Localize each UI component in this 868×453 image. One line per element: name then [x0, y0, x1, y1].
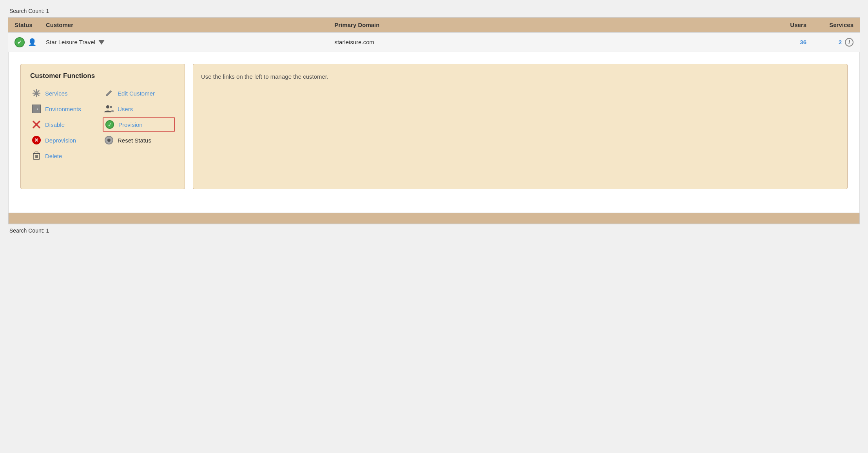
disable-label: Disable	[45, 121, 65, 128]
customer-functions-title: Customer Functions	[30, 72, 175, 80]
customer-name-cell[interactable]: Star Leisure Travel	[46, 39, 334, 45]
environments-label: Environments	[45, 106, 81, 112]
function-item-users[interactable]: Users	[103, 102, 175, 116]
customer-functions-box: Customer Functions	[20, 64, 185, 189]
services-count: 2	[839, 39, 842, 45]
provision-label: Provision	[118, 121, 143, 128]
expanded-section: Customer Functions	[8, 52, 860, 213]
status-green-check-icon: ✓	[14, 37, 25, 47]
function-item-edit-customer[interactable]: Edit Customer	[103, 86, 175, 100]
function-item-delete[interactable]: Delete	[30, 149, 103, 163]
primary-domain-cell: starleisure.com	[334, 39, 767, 45]
users-label: Users	[118, 106, 133, 112]
functions-grid: Services Edit Customer → En	[30, 86, 175, 163]
main-table: Status Customer Primary Domain Users Ser…	[8, 17, 860, 224]
info-icon[interactable]: i	[845, 38, 854, 47]
function-item-environments[interactable]: → Environments	[30, 102, 103, 116]
table-header: Status Customer Primary Domain Users Ser…	[8, 18, 860, 32]
header-services: Services	[806, 22, 854, 28]
header-users: Users	[767, 22, 806, 28]
edit-customer-label: Edit Customer	[118, 90, 155, 97]
edit-customer-pencil-icon	[104, 88, 114, 98]
customer-name: Star Leisure Travel	[46, 39, 95, 45]
dropdown-arrow-icon[interactable]	[98, 40, 105, 45]
bottom-bar	[8, 213, 860, 224]
reset-status-grey-circle-icon	[104, 135, 114, 145]
services-asterisk-icon	[32, 88, 41, 98]
delete-trash-icon	[32, 151, 41, 161]
svg-point-5	[110, 106, 112, 108]
header-customer: Customer	[46, 22, 334, 28]
info-panel-text: Use the links on the left to manage the …	[201, 72, 328, 81]
users-group-icon	[104, 104, 114, 114]
svg-point-4	[106, 105, 109, 108]
customer-row[interactable]: ✓ 👤 Star Leisure Travel starleisure.com …	[8, 32, 860, 52]
function-item-deprovision[interactable]: ✕ Deprovision	[30, 133, 103, 147]
status-cell: ✓ 👤	[14, 37, 46, 47]
search-count-bottom: Search Count: 1	[8, 227, 860, 234]
disable-x-icon	[32, 120, 41, 129]
function-item-disable[interactable]: Disable	[30, 117, 103, 132]
reset-status-label: Reset Status	[118, 137, 151, 144]
services-count-cell[interactable]: 2 i	[806, 38, 854, 47]
header-primary-domain: Primary Domain	[334, 22, 767, 28]
search-count-top: Search Count: 1	[8, 8, 860, 14]
info-panel: Use the links on the left to manage the …	[193, 64, 848, 189]
delete-label: Delete	[45, 153, 62, 159]
header-status: Status	[14, 22, 46, 28]
function-item-provision[interactable]: ✓ Provision	[103, 117, 175, 132]
users-count-cell[interactable]: 36	[767, 39, 806, 45]
services-label: Services	[45, 90, 68, 97]
provision-check-icon: ✓	[105, 120, 114, 129]
svg-rect-10	[35, 152, 38, 153]
function-item-services[interactable]: Services	[30, 86, 103, 100]
deprovision-label: Deprovision	[45, 137, 76, 144]
customer-user-icon: 👤	[27, 37, 37, 47]
function-item-reset-status[interactable]: Reset Status	[103, 133, 175, 147]
environments-arrow-icon: →	[32, 104, 41, 114]
deprovision-x-circle-icon: ✕	[32, 135, 41, 145]
